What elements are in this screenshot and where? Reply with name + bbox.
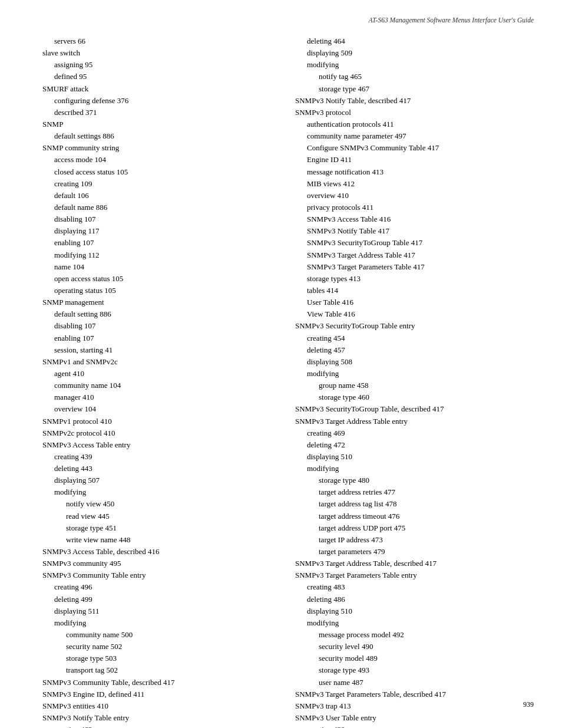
list-item: creating 454: [295, 332, 534, 344]
list-item: notify tag 465: [295, 71, 534, 83]
list-item: SNMPv3 Target Parameters Table 417: [295, 261, 534, 273]
list-item: operating status 105: [42, 285, 281, 297]
list-item: displaying 510: [295, 451, 534, 463]
list-item: SMURF attack: [42, 83, 281, 95]
list-item: displaying 509: [295, 47, 534, 59]
list-item: disabling 107: [42, 320, 281, 332]
list-item: SNMPv2c protocol 410: [42, 427, 281, 439]
list-item: SNMPv3 Access Table entry: [42, 439, 281, 451]
list-item: assigning 95: [42, 59, 281, 71]
list-item: Configure SNMPv3 Community Table 417: [295, 142, 534, 154]
list-item: described 371: [42, 107, 281, 118]
list-item: SNMPv3 SecurityToGroup Table entry: [295, 320, 534, 332]
list-item: target address timeout 476: [295, 510, 534, 522]
list-item: modifying: [42, 617, 281, 629]
list-item: creating 469: [295, 427, 534, 439]
list-item: deleting 464: [295, 35, 534, 47]
list-item: user name 487: [295, 677, 534, 689]
list-item: SNMPv3 SecurityToGroup Table 417: [295, 237, 534, 249]
list-item: storage type 493: [295, 664, 534, 676]
list-item: overview 410: [295, 190, 534, 202]
page-header: AT-S63 Management Software Menus Interfa…: [368, 17, 534, 24]
list-item: target address retries 477: [295, 486, 534, 498]
list-item: creating 496: [42, 581, 281, 593]
list-item: SNMPv3 Target Address Table entry: [295, 416, 534, 427]
list-item: SNMPv3 Access Table 416: [295, 213, 534, 225]
list-item: View Table 416: [295, 308, 534, 320]
list-item: modifying: [295, 463, 534, 475]
list-item: security level 490: [295, 641, 534, 653]
list-item: SNMP management: [42, 297, 281, 308]
list-item: SNMPv3 Target Parameters Table entry: [295, 569, 534, 581]
list-item: overview 104: [42, 403, 281, 415]
list-item: displaying 508: [295, 356, 534, 368]
list-item: message notification 413: [295, 166, 534, 178]
list-item: SNMP: [42, 118, 281, 130]
list-item: default setting 886: [42, 308, 281, 320]
list-item: message process model 492: [295, 629, 534, 641]
list-item: SNMPv3 User Table entry: [295, 712, 534, 724]
list-item: transport tag 502: [42, 664, 281, 676]
list-item: creating 109: [42, 178, 281, 190]
page-footer: 939: [523, 700, 534, 709]
list-item: displaying 510: [295, 605, 534, 617]
list-item: session, starting 41: [42, 344, 281, 356]
list-item: storage types 413: [295, 273, 534, 285]
list-item: Engine ID 411: [295, 154, 534, 166]
list-item: community name 104: [42, 380, 281, 391]
list-item: default name 886: [42, 202, 281, 213]
list-item: creating 462: [42, 724, 281, 728]
list-item: enabling 107: [42, 237, 281, 249]
list-item: slave switch: [42, 47, 281, 59]
list-item: storage type 467: [295, 83, 534, 95]
list-item: privacy protocols 411: [295, 202, 534, 213]
list-item: SNMPv3 community 495: [42, 558, 281, 569]
list-item: agent 410: [42, 368, 281, 380]
list-item: deleting 457: [295, 344, 534, 356]
list-item: storage type 460: [295, 391, 534, 403]
list-item: disabling 107: [42, 213, 281, 225]
list-item: creating 439: [42, 451, 281, 463]
list-item: default settings 886: [42, 130, 281, 142]
list-item: displaying 511: [42, 605, 281, 617]
list-item: servers 66: [42, 35, 281, 47]
list-item: modifying: [42, 486, 281, 498]
list-item: security name 502: [42, 641, 281, 653]
list-item: modifying: [295, 368, 534, 380]
list-item: SNMPv3 Access Table, described 416: [42, 546, 281, 558]
list-item: User Table 416: [295, 297, 534, 308]
list-item: name 104: [42, 261, 281, 273]
list-item: storage type 451: [42, 522, 281, 534]
list-item: SNMPv3 Notify Table entry: [42, 712, 281, 724]
list-item: modifying: [295, 617, 534, 629]
list-item: manager 410: [42, 391, 281, 403]
page-number: 939: [523, 700, 534, 709]
list-item: SNMPv3 Community Table entry: [42, 569, 281, 581]
list-item: target IP address 473: [295, 534, 534, 546]
list-item: SNMPv3 trap 413: [295, 700, 534, 712]
list-item: authentication protocols 411: [295, 118, 534, 130]
list-item: SNMPv3 Target Address Table 417: [295, 249, 534, 261]
list-item: SNMPv3 Target Parameters Table, describe…: [295, 689, 534, 700]
list-item: notify view 450: [42, 498, 281, 510]
list-item: modifying 112: [42, 249, 281, 261]
list-item: security model 489: [295, 653, 534, 664]
list-item: tables 414: [295, 285, 534, 297]
list-item: displaying 507: [42, 475, 281, 486]
list-item: group name 458: [295, 380, 534, 391]
list-item: enabling 107: [42, 332, 281, 344]
list-item: target parameters 479: [295, 546, 534, 558]
list-item: deleting 499: [42, 594, 281, 605]
list-item: SNMPv3 Engine ID, defined 411: [42, 689, 281, 700]
header-text: AT-S63 Management Software Menus Interfa…: [368, 17, 534, 24]
list-item: SNMPv3 entities 410: [42, 700, 281, 712]
list-item: SNMPv3 SecurityToGroup Table, described …: [295, 403, 534, 415]
content-area: servers 66slave switchassigning 95define…: [42, 35, 534, 693]
list-item: configuring defense 376: [42, 95, 281, 107]
list-item: SNMPv1 protocol 410: [42, 416, 281, 427]
list-item: target address UDP port 475: [295, 522, 534, 534]
list-item: defined 95: [42, 71, 281, 83]
list-item: access mode 104: [42, 154, 281, 166]
list-item: SNMP community string: [42, 142, 281, 154]
list-item: SNMPv1 and SNMPv2c: [42, 356, 281, 368]
